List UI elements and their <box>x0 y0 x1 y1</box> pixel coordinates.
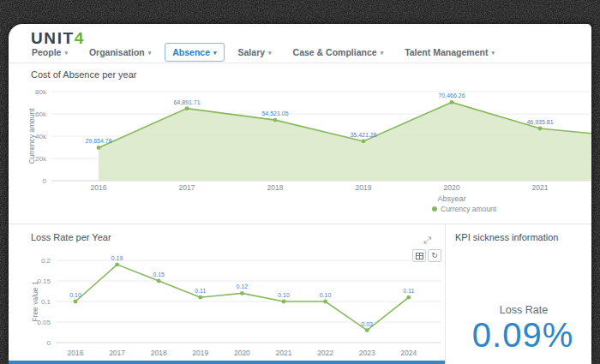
svg-text:Currency amount: Currency amount <box>27 108 36 164</box>
nav-item-organisation[interactable]: Organisation▾ <box>81 43 159 62</box>
svg-text:2020: 2020 <box>444 183 460 192</box>
loss-rate-chart: 0.20.150.10.0502016201720182019202020212… <box>9 254 445 364</box>
svg-text:60k: 60k <box>35 110 47 118</box>
svg-text:Absyear: Absyear <box>437 194 465 203</box>
nav-item-label: People <box>32 47 61 57</box>
nav-item-label: Organisation <box>89 47 145 57</box>
chevron-down-icon: ▾ <box>64 50 68 56</box>
svg-text:46,935.81: 46,935.81 <box>526 119 553 125</box>
svg-text:0.19: 0.19 <box>111 255 123 261</box>
nav-item-people[interactable]: People▾ <box>24 43 75 62</box>
svg-text:2021: 2021 <box>532 183 549 192</box>
svg-text:0.2: 0.2 <box>41 257 51 265</box>
svg-text:29,654.78: 29,654.78 <box>85 138 111 144</box>
svg-text:2020: 2020 <box>234 349 250 357</box>
svg-text:0: 0 <box>47 339 51 347</box>
chevron-down-icon: ▾ <box>213 50 217 56</box>
chevron-down-icon: ▾ <box>381 50 384 56</box>
nav-divider <box>9 63 591 63</box>
kpi-value: 0.09% <box>441 316 600 355</box>
chevron-down-icon: ▾ <box>268 50 272 56</box>
svg-text:0.15: 0.15 <box>153 272 165 277</box>
svg-text:2018: 2018 <box>151 349 167 357</box>
expand-icon[interactable]: ⤢ <box>423 236 431 245</box>
nav-item-salary[interactable]: Salary▾ <box>231 43 279 62</box>
svg-text:40k: 40k <box>35 133 47 140</box>
svg-text:0: 0 <box>43 177 47 185</box>
svg-text:2021: 2021 <box>276 349 292 357</box>
loss-chart-title: Loss Rate per Year <box>31 232 111 242</box>
svg-text:0.12: 0.12 <box>237 283 249 289</box>
nav-item-label: Salary <box>238 47 266 57</box>
cost-of-absence-chart: 80k60k40k20k020162017201820192020202129,… <box>9 74 591 224</box>
svg-text:54,521.05: 54,521.05 <box>261 110 288 116</box>
svg-text:2016: 2016 <box>91 183 107 192</box>
svg-text:Free value 1: Free value 1 <box>31 281 39 322</box>
section-divider <box>9 224 591 224</box>
nav-item-label: Case & Compliance <box>293 47 377 57</box>
svg-text:0.10: 0.10 <box>69 292 81 298</box>
chevron-down-icon: ▾ <box>491 50 495 56</box>
svg-text:2017: 2017 <box>109 349 125 357</box>
kpi-label: Loss Rate <box>454 304 593 316</box>
svg-text:0.10: 0.10 <box>320 292 332 298</box>
nav-item-label: Absence <box>172 47 210 57</box>
svg-text:20k: 20k <box>35 155 47 163</box>
nav-item-case-compliance[interactable]: Case & Compliance▾ <box>285 43 392 62</box>
svg-text:0.1: 0.1 <box>41 298 51 306</box>
svg-text:Currency amount: Currency amount <box>441 205 497 213</box>
svg-text:2017: 2017 <box>179 183 195 192</box>
svg-text:2016: 2016 <box>68 349 84 357</box>
bottom-accent-bar <box>9 361 445 364</box>
nav-item-talent-management[interactable]: Talent Management▾ <box>397 43 502 62</box>
chevron-down-icon: ▾ <box>148 50 152 56</box>
svg-text:2022: 2022 <box>317 349 333 357</box>
main-nav: People▾Organisation▾Absence▾Salary▾Case … <box>24 42 502 63</box>
app-window: UNIT4 People▾Organisation▾Absence▾Salary… <box>9 24 591 364</box>
svg-text:64,891.71: 64,891.71 <box>173 99 200 105</box>
svg-text:0.11: 0.11 <box>195 288 206 294</box>
svg-text:70,466.26: 70,466.26 <box>438 92 465 98</box>
kpi-panel-title: KPI sickness information <box>455 232 558 242</box>
svg-text:35,421.26: 35,421.26 <box>350 132 376 138</box>
svg-text:0.10: 0.10 <box>278 292 290 298</box>
svg-text:2019: 2019 <box>192 349 208 357</box>
svg-text:0.03: 0.03 <box>361 321 373 327</box>
svg-text:2019: 2019 <box>356 183 372 192</box>
svg-text:2024: 2024 <box>400 349 417 357</box>
svg-text:80k: 80k <box>35 88 47 96</box>
svg-text:0.11: 0.11 <box>403 288 414 294</box>
svg-text:2023: 2023 <box>359 349 375 357</box>
nav-item-absence[interactable]: Absence▾ <box>165 43 224 62</box>
nav-item-label: Talent Management <box>405 47 488 57</box>
svg-text:2018: 2018 <box>267 183 284 192</box>
